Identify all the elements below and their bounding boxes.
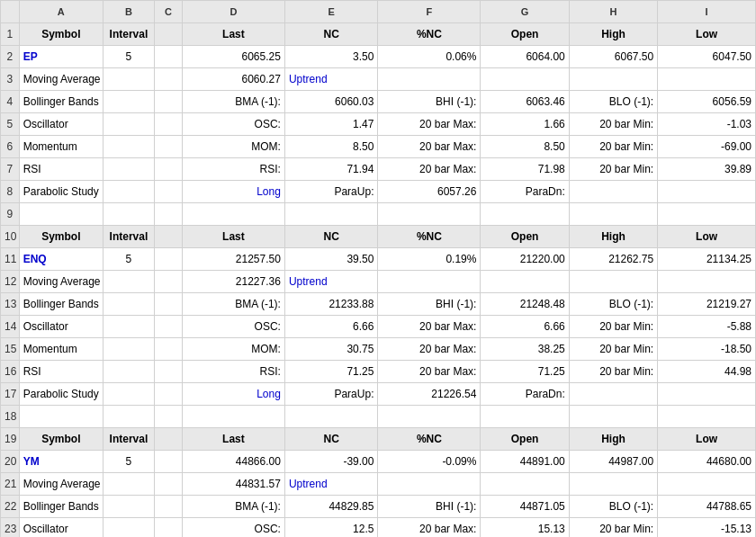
data-cell: Long — [182, 383, 284, 406]
data-cell — [154, 496, 182, 518]
data-cell: -5.88 — [658, 316, 756, 338]
data-cell — [378, 68, 481, 91]
data-cell: 6057.26 — [378, 181, 481, 203]
data-cell: 20 bar Min: — [569, 518, 657, 538]
section-header-cell: %NC — [378, 23, 481, 46]
empty-cell — [154, 406, 182, 428]
data-cell: 71.94 — [284, 158, 378, 181]
data-cell: Parabolic Study — [19, 383, 103, 406]
empty-cell — [19, 203, 103, 226]
data-cell: 71.25 — [481, 361, 569, 383]
table-row: 20YM544866.00-39.00-0.09%44891.0044987.0… — [1, 451, 756, 473]
data-cell: BMA (-1): — [182, 293, 284, 316]
data-cell: Long — [182, 181, 284, 203]
row-number: 13 — [1, 293, 20, 316]
empty-cell — [284, 406, 378, 428]
data-cell — [569, 271, 657, 293]
empty-cell — [103, 406, 154, 428]
section-header-cell: Symbol — [19, 23, 103, 46]
data-cell: RSI — [19, 158, 103, 181]
data-cell — [658, 271, 756, 293]
data-cell: 20 bar Min: — [569, 361, 657, 383]
table-row: 23OscillatorOSC:12.520 bar Max:15.1320 b… — [1, 518, 756, 538]
row-number: 4 — [1, 91, 20, 113]
data-cell: 6060.03 — [284, 91, 378, 113]
row-number: 8 — [1, 181, 20, 203]
data-cell: 21257.50 — [182, 248, 284, 271]
data-cell: 21262.75 — [569, 248, 657, 271]
data-cell: EP — [19, 46, 103, 68]
row-number: 5 — [1, 113, 20, 136]
row-number: 1 — [1, 23, 20, 46]
data-cell: 0.19% — [378, 248, 481, 271]
data-cell: BHI (-1): — [378, 496, 481, 518]
row-number: 20 — [1, 451, 20, 473]
section-header-cell: NC — [284, 23, 378, 46]
table-row: 16RSIRSI:71.2520 bar Max:71.2520 bar Min… — [1, 361, 756, 383]
data-cell: OSC: — [182, 518, 284, 538]
section-header-cell: Low — [658, 23, 756, 46]
data-cell: 21227.36 — [182, 271, 284, 293]
data-cell — [569, 68, 657, 91]
data-cell: 5 — [103, 451, 154, 473]
data-cell: 6.66 — [481, 316, 569, 338]
data-cell: 6.66 — [284, 316, 378, 338]
data-cell: 21233.88 — [284, 293, 378, 316]
data-cell: 21226.54 — [378, 383, 481, 406]
col-a-header: A — [19, 1, 103, 23]
data-cell — [103, 496, 154, 518]
data-cell — [154, 271, 182, 293]
row-number: 11 — [1, 248, 20, 271]
table-row: 15MomentumMOM:30.7520 bar Max:38.2520 ba… — [1, 338, 756, 361]
data-cell: BHI (-1): — [378, 293, 481, 316]
data-cell: -18.50 — [658, 338, 756, 361]
data-cell: 20 bar Min: — [569, 113, 657, 136]
data-cell — [154, 338, 182, 361]
data-cell: Oscillator — [19, 518, 103, 538]
data-cell: Bollinger Bands — [19, 91, 103, 113]
corner-header — [1, 1, 20, 23]
data-cell: 3.50 — [284, 46, 378, 68]
data-cell: -0.09% — [378, 451, 481, 473]
data-cell: 44891.00 — [481, 451, 569, 473]
data-cell — [154, 136, 182, 158]
col-c-header: C — [154, 1, 182, 23]
data-cell — [103, 518, 154, 538]
data-cell: 21220.00 — [481, 248, 569, 271]
data-cell: 6065.25 — [182, 46, 284, 68]
data-cell — [481, 473, 569, 496]
data-cell: 20 bar Min: — [569, 316, 657, 338]
section-header-cell — [154, 226, 182, 248]
data-cell: OSC: — [182, 316, 284, 338]
data-cell: YM — [19, 451, 103, 473]
row-number: 23 — [1, 518, 20, 538]
table-row: 7RSIRSI:71.9420 bar Max:71.9820 bar Min:… — [1, 158, 756, 181]
section-header-cell: Open — [481, 428, 569, 451]
col-g-header: G — [481, 1, 569, 23]
row-number: 12 — [1, 271, 20, 293]
data-cell: 44866.00 — [182, 451, 284, 473]
data-cell: 71.25 — [284, 361, 378, 383]
section-header-cell — [154, 23, 182, 46]
data-cell: 20 bar Max: — [378, 338, 481, 361]
data-cell: 6064.00 — [481, 46, 569, 68]
section-header-cell: Symbol — [19, 226, 103, 248]
data-cell: 20 bar Max: — [378, 158, 481, 181]
data-cell: 1.47 — [284, 113, 378, 136]
empty-cell — [569, 203, 657, 226]
table-row: 13Bollinger BandsBMA (-1):21233.88BHI (-… — [1, 293, 756, 316]
data-cell — [378, 473, 481, 496]
col-h-header: H — [569, 1, 657, 23]
data-cell: Moving Average — [19, 271, 103, 293]
row-number: 14 — [1, 316, 20, 338]
data-cell: 0.06% — [378, 46, 481, 68]
row-number: 18 — [1, 406, 20, 428]
data-cell: BMA (-1): — [182, 496, 284, 518]
data-cell: -1.03 — [658, 113, 756, 136]
data-cell: 6060.27 — [182, 68, 284, 91]
row-number: 22 — [1, 496, 20, 518]
spreadsheet: A B C D E F G H I 1SymbolIntervalLastNC%… — [0, 0, 756, 537]
table-row: 6MomentumMOM:8.5020 bar Max:8.5020 bar M… — [1, 136, 756, 158]
data-cell: BHI (-1): — [378, 91, 481, 113]
data-cell: 39.50 — [284, 248, 378, 271]
